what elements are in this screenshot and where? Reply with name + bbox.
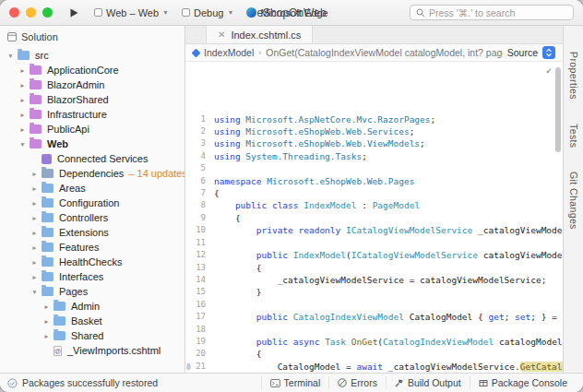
tool-tab-tests[interactable]: Tests <box>568 124 579 148</box>
expander-icon[interactable]: ▸ <box>30 184 40 193</box>
code-line[interactable]: 18 <box>185 324 563 336</box>
line-number: 17 <box>192 311 214 323</box>
code-line[interactable]: 10 private readonly ICatalogViewModelSer… <box>185 224 563 236</box>
tree-item-shared[interactable]: ▸Shared <box>0 328 184 343</box>
source-view-dropdown[interactable] <box>542 46 555 59</box>
code-line[interactable]: 5 <box>185 162 563 174</box>
build-configuration-selector[interactable]: Debug ▼ <box>179 6 236 20</box>
expander-icon[interactable]: ▸ <box>18 111 28 119</box>
pad-button-package-console[interactable]: Package Console <box>470 376 576 389</box>
line-number: 14 <box>192 274 214 286</box>
code-text: using Microsoft.eShopWeb.Web.Services; <box>214 125 563 137</box>
editor-scrollbar[interactable] <box>555 67 561 152</box>
code-line[interactable]: 19 public async Task OnGet(CatalogIndexV… <box>185 336 563 348</box>
code-line[interactable]: 12 public IndexModel(ICatalogViewModelSe… <box>185 249 563 261</box>
tree-item-basket[interactable]: ▸Basket <box>0 314 184 328</box>
tree-item-publicapi[interactable]: ▸PublicApi <box>0 122 184 137</box>
code-line[interactable]: 4using System.Threading.Tasks; <box>185 150 563 162</box>
tool-tab-git-changes[interactable]: Git Changes <box>568 172 579 230</box>
code-line[interactable]: 15 } <box>185 286 563 298</box>
tree-item-extensions[interactable]: ▸Extensions <box>0 225 184 240</box>
tree-item-web[interactable]: ▾Web <box>0 137 184 151</box>
tree-item-dependencies[interactable]: ▸Dependencies– 14 updates <box>0 166 184 181</box>
tree-item-features[interactable]: ▸Features <box>0 240 184 255</box>
line-number: 11 <box>192 237 214 249</box>
tree-item-pages[interactable]: ▾Pages <box>0 284 184 299</box>
code-line[interactable]: 1using Microsoft.AspNetCore.Mvc.RazorPag… <box>185 113 563 125</box>
tree-item-label: _ViewImports.cshtml <box>67 345 161 356</box>
pad-button-build-output[interactable]: Build Output <box>386 376 470 389</box>
expander-icon[interactable]: ▸ <box>42 303 52 311</box>
tool-tab-properties[interactable]: Properties <box>568 52 579 100</box>
expander-icon[interactable]: ▸ <box>18 96 28 104</box>
tree-item-viewimports-cshtml[interactable]: @_ViewImports.cshtml <box>0 343 184 358</box>
code-line[interactable]: 13 { <box>185 262 563 274</box>
zoom-window-button[interactable] <box>42 7 53 18</box>
tree-item-configuration[interactable]: ▸Configuration <box>0 196 184 210</box>
solution-pad-header[interactable]: Solution <box>0 26 184 48</box>
minimize-window-button[interactable] <box>26 7 36 18</box>
expander-icon[interactable]: ▸ <box>42 317 52 326</box>
package-console-icon <box>479 378 488 387</box>
expander-icon[interactable]: ▾ <box>18 140 28 148</box>
expander-icon[interactable]: ▸ <box>30 258 40 267</box>
tree-item-controllers[interactable]: ▸Controllers <box>0 210 184 225</box>
expander-icon[interactable]: ▸ <box>30 229 40 237</box>
tree-item-admin[interactable]: ▸Admin <box>0 299 184 314</box>
expander-icon[interactable]: ▸ <box>18 81 28 89</box>
expander-icon[interactable]: ▸ <box>42 332 52 340</box>
tree-item-src[interactable]: ▾src <box>0 48 184 63</box>
expander-icon[interactable]: ▸ <box>30 244 40 252</box>
tree-item-label: BlazorShared <box>47 94 109 105</box>
tree-item-healthchecks[interactable]: ▸HealthChecks <box>0 255 184 269</box>
expander-icon[interactable]: ▾ <box>30 288 40 296</box>
tree-item-connected-services[interactable]: Connected Services <box>0 151 184 166</box>
breadcrumb-member[interactable]: OnGet(CatalogIndexViewModel catalogModel… <box>266 47 502 58</box>
code-text: using Microsoft.AspNetCore.Mvc.RazorPage… <box>214 113 563 125</box>
expander-icon[interactable]: ▸ <box>30 199 40 208</box>
code-line[interactable]: 6namespace Microsoft.eShopWeb.Web.Pages <box>185 175 563 187</box>
breadcrumb-class[interactable]: IndexModel <box>204 47 254 58</box>
code-health-check-icon[interactable]: ✓ <box>546 65 552 77</box>
project-icon <box>30 110 42 119</box>
gutter-margin <box>185 311 192 323</box>
code-line[interactable]: 2using Microsoft.eShopWeb.Web.Services; <box>185 125 563 137</box>
code-line[interactable]: 17 public CatalogIndexViewModel CatalogM… <box>185 311 563 323</box>
code-line[interactable]: 16 <box>185 299 563 311</box>
close-window-button[interactable] <box>9 7 19 18</box>
tree-item-label: Infrastructure <box>47 109 107 120</box>
pad-button-errors[interactable]: Errors <box>328 376 386 389</box>
code-area[interactable]: ✓ 1using Microsoft.AspNetCore.Mvc.RazorP… <box>185 62 563 373</box>
tree-item-infrastructure[interactable]: ▸Infrastructure <box>0 107 184 122</box>
pad-button-terminal[interactable]: Terminal <box>261 376 329 389</box>
code-line[interactable]: 9 { <box>185 212 563 224</box>
tree-item-blazorshared[interactable]: ▸BlazorShared <box>0 92 184 107</box>
code-line[interactable]: 20 { <box>185 348 563 360</box>
run-button[interactable] <box>64 6 84 20</box>
code-line[interactable]: 7{ <box>185 187 563 199</box>
line-number: 18 <box>192 324 214 336</box>
tree-item-areas[interactable]: ▸Areas <box>0 181 184 196</box>
code-line[interactable]: 11 <box>185 237 563 249</box>
expander-icon[interactable]: ▸ <box>18 125 28 134</box>
search-box[interactable]: Press '⌘.' to search <box>410 5 574 20</box>
bottom-pads: TerminalErrorsBuild OutputPackage Consol… <box>261 374 576 392</box>
code-line[interactable]: 14 _catalogViewModelService = catalogVie… <box>185 274 563 286</box>
expander-icon[interactable]: ▸ <box>30 170 40 178</box>
code-line[interactable]: 8 public class IndexModel : PageModel <box>185 199 563 211</box>
close-tab-icon[interactable]: ✕ <box>218 30 225 40</box>
expander-icon[interactable]: ▸ <box>30 273 40 281</box>
code-line[interactable]: 3using Microsoft.eShopWeb.Web.ViewModels… <box>185 137 563 149</box>
tree-item-interfaces[interactable]: ▸Interfaces <box>0 269 184 284</box>
gutter-margin <box>185 113 192 125</box>
tree-item-applicationcore[interactable]: ▸ApplicationCore <box>0 63 184 77</box>
code-line[interactable]: 21 CatalogModel = await _catalogViewMode… <box>185 361 563 373</box>
run-configuration-selector[interactable]: Web – Web ▼ <box>91 6 172 20</box>
folder-icon <box>42 287 54 296</box>
expander-icon[interactable]: ▸ <box>30 214 40 222</box>
expander-icon[interactable]: ▾ <box>6 52 16 60</box>
editor-tab-index-cshtml-cs[interactable]: ✕ Index.cshtml.cs <box>206 26 313 43</box>
tree-item-blazoradmin[interactable]: ▸BlazorAdmin <box>0 77 184 92</box>
code-text: private readonly ICatalogViewModelServic… <box>214 224 563 236</box>
expander-icon[interactable]: ▸ <box>18 66 28 75</box>
